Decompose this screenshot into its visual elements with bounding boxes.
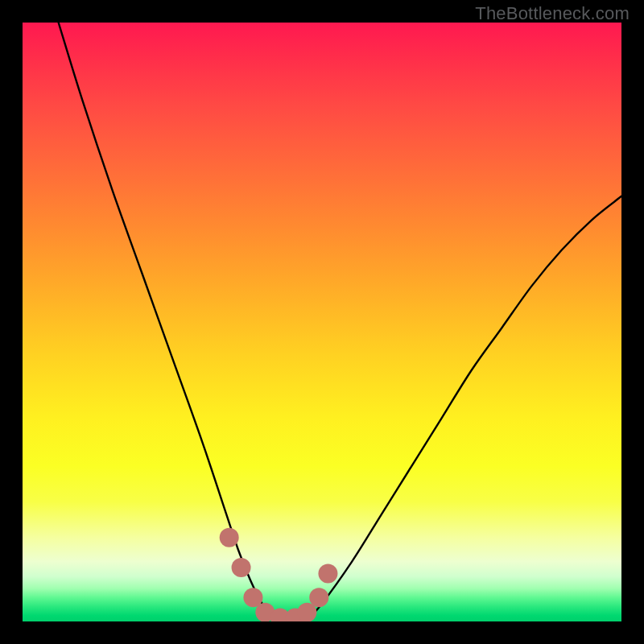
plot-area xyxy=(23,23,621,621)
chart-container: TheBottleneck.com xyxy=(0,0,644,644)
watermark-text: TheBottleneck.com xyxy=(475,3,630,24)
gradient-background xyxy=(23,23,621,621)
